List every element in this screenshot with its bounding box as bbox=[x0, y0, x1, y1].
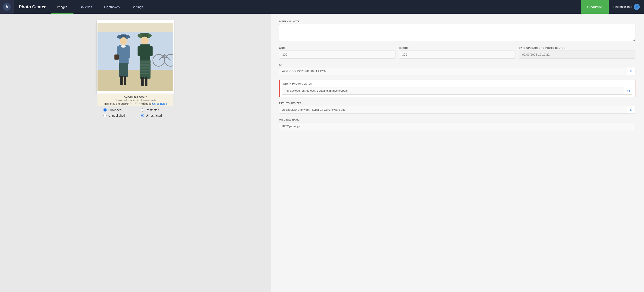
path-resizer-input-group: ⧉ bbox=[279, 106, 636, 114]
original-name-label: ORIGINAL NAME bbox=[279, 118, 636, 121]
nav-galleries[interactable]: Galleries bbox=[74, 0, 98, 14]
logo-letter: A bbox=[6, 5, 8, 9]
unpublished-label: Unpublished bbox=[108, 114, 125, 117]
path-photo-center-section: PATH IN PHOTO CENTER ⧉ bbox=[279, 80, 636, 97]
unrestricted-radio[interactable] bbox=[141, 114, 144, 117]
app-title: Photo Center bbox=[14, 4, 51, 9]
svg-rect-25 bbox=[145, 77, 148, 86]
path-photo-center-input bbox=[282, 87, 624, 94]
unrestricted-link[interactable]: Unrestricted bbox=[152, 102, 167, 105]
user-name: Lawrence Tsai bbox=[613, 5, 632, 8]
header-right: Production Lawrence Tsai 👤 bbox=[581, 0, 644, 14]
date-uploaded-field: DATE UPLOADED TO PHOTO CENTER bbox=[519, 47, 636, 59]
path-photo-center-input-group: ⧉ bbox=[282, 87, 633, 95]
height-field: HEIGHT bbox=[399, 47, 516, 59]
path-photo-center-label: PATH IN PHOTO CENTER bbox=[282, 82, 633, 85]
svg-rect-23 bbox=[140, 73, 150, 74]
options-section: This image is public Published Unpublish… bbox=[104, 102, 167, 117]
main-nav: Images Galleries Lightboxes Settings bbox=[51, 0, 581, 14]
image-illustration bbox=[98, 21, 173, 93]
svg-rect-8 bbox=[119, 63, 128, 77]
svg-point-7 bbox=[121, 45, 126, 47]
main-content: SAIS-TU TA LEÇON? Costumes tailleur de f… bbox=[0, 14, 644, 292]
svg-rect-10 bbox=[124, 76, 126, 85]
internal-note-section: INTERNAL NOTE bbox=[279, 20, 636, 42]
restricted-option[interactable]: Restricted bbox=[141, 108, 167, 112]
width-field: WIDTH bbox=[279, 47, 396, 59]
public-label: This image is public bbox=[104, 102, 128, 105]
unpublished-option[interactable]: Unpublished bbox=[104, 114, 128, 117]
published-label: Published bbox=[108, 108, 122, 112]
nav-images[interactable]: Images bbox=[51, 0, 74, 14]
published-option[interactable]: Published bbox=[104, 108, 128, 112]
svg-point-16 bbox=[141, 37, 149, 44]
path-resizer-label: PATH TO RESIZER bbox=[279, 102, 636, 104]
id-input-group: ⧉ bbox=[279, 67, 636, 75]
left-panel: SAIS-TU TA LEÇON? Costumes tailleur de f… bbox=[0, 14, 270, 292]
path-resizer-copy-button[interactable]: ⧉ bbox=[627, 106, 635, 113]
path-resizer-section: PATH TO RESIZER ⧉ bbox=[279, 102, 636, 114]
svg-rect-17 bbox=[140, 44, 150, 61]
width-label: WIDTH bbox=[279, 47, 396, 49]
path-photo-center-copy-button[interactable]: ⧉ bbox=[624, 87, 633, 94]
svg-rect-22 bbox=[140, 70, 150, 71]
internal-note-input[interactable] bbox=[279, 24, 636, 41]
date-uploaded-label: DATE UPLOADED TO PHOTO CENTER bbox=[519, 47, 636, 49]
nav-lightboxes[interactable]: Lightboxes bbox=[98, 0, 126, 14]
restricted-label: Restricted bbox=[146, 108, 159, 112]
svg-rect-21 bbox=[140, 67, 150, 69]
svg-rect-12 bbox=[128, 46, 130, 58]
unrestricted-option[interactable]: Unrestricted bbox=[141, 114, 167, 117]
unrestricted-label: Unrestricted bbox=[146, 114, 162, 117]
user-avatar: 👤 bbox=[634, 4, 640, 10]
internal-note-label: INTERNAL NOTE bbox=[279, 20, 636, 23]
restricted-radio[interactable] bbox=[141, 108, 144, 112]
right-panel: INTERNAL NOTE WIDTH HEIGHT DATE UPLOADED… bbox=[270, 14, 644, 292]
svg-rect-9 bbox=[120, 76, 123, 85]
original-name-input bbox=[279, 122, 636, 130]
copy-icon-3: ⧉ bbox=[630, 108, 632, 112]
logo-icon: A bbox=[3, 3, 11, 11]
height-label: HEIGHT bbox=[399, 47, 516, 49]
width-input bbox=[279, 50, 396, 59]
dimensions-section: WIDTH HEIGHT DATE UPLOADED TO PHOTO CENT… bbox=[279, 47, 636, 59]
svg-rect-19 bbox=[140, 61, 150, 63]
height-input bbox=[399, 50, 516, 59]
svg-point-5 bbox=[120, 37, 127, 45]
svg-rect-24 bbox=[142, 77, 144, 86]
user-section: Lawrence Tsai 👤 bbox=[609, 4, 644, 10]
copy-icon-2: ⧉ bbox=[627, 89, 630, 93]
image-is-label: Image is Unrestricted bbox=[141, 102, 167, 105]
publish-group: This image is public Published Unpublish… bbox=[104, 102, 128, 117]
date-uploaded-input bbox=[519, 50, 636, 59]
svg-rect-27 bbox=[149, 46, 152, 56]
published-radio[interactable] bbox=[104, 108, 107, 112]
id-label: ID bbox=[279, 63, 636, 66]
header: A Photo Center Images Galleries Lightbox… bbox=[0, 0, 644, 14]
image-container: SAIS-TU TA LEÇON? Costumes tailleur de f… bbox=[96, 20, 174, 94]
id-copy-button[interactable]: ⧉ bbox=[627, 67, 635, 75]
nav-settings[interactable]: Settings bbox=[126, 0, 149, 14]
original-name-section: ORIGINAL NAME bbox=[279, 118, 636, 130]
caption-line2: Costumes tailleur de fantaisie de Jeanne… bbox=[100, 99, 170, 101]
copy-icon: ⧉ bbox=[630, 69, 632, 73]
production-button[interactable]: Production bbox=[581, 0, 609, 14]
id-input bbox=[279, 67, 627, 75]
path-resizer-input bbox=[279, 106, 627, 113]
unpublished-radio[interactable] bbox=[104, 114, 107, 117]
svg-rect-20 bbox=[140, 64, 150, 66]
svg-rect-2 bbox=[98, 70, 173, 91]
svg-rect-13 bbox=[114, 54, 119, 59]
svg-rect-26 bbox=[138, 46, 141, 56]
caption-line1: SAIS-TU TA LEÇON? bbox=[100, 96, 170, 98]
logo-container[interactable]: A bbox=[0, 0, 14, 14]
restriction-group: Image is Unrestricted Restricted Unrestr… bbox=[141, 102, 167, 117]
svg-rect-6 bbox=[119, 45, 128, 65]
id-section: ID ⧉ bbox=[279, 63, 636, 75]
